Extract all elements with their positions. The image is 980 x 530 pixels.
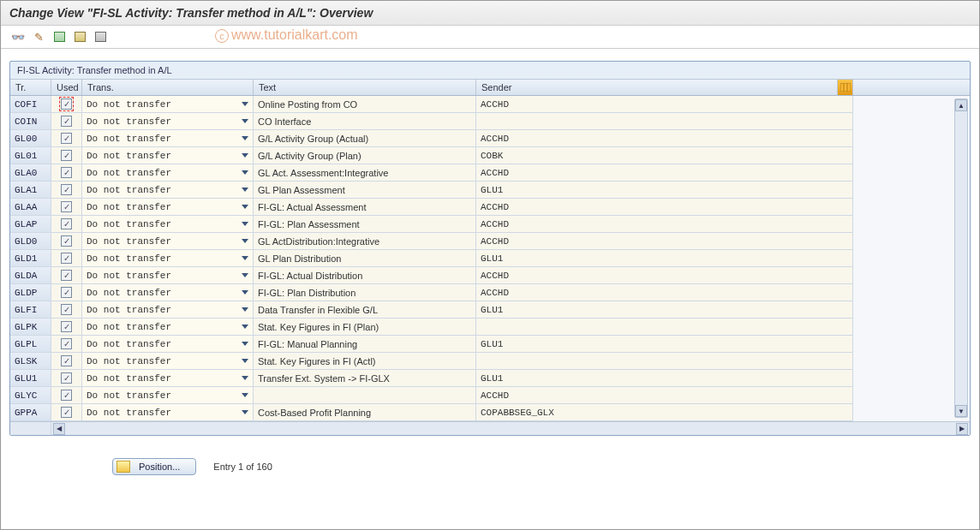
used-checkbox[interactable]: ✓ [61,150,72,161]
cell-tr[interactable]: GLFI [10,301,51,319]
cell-tr[interactable]: GLDA [10,267,51,284]
display-toggle-button[interactable]: 👓 [9,29,27,45]
used-checkbox[interactable]: ✓ [61,355,72,366]
cell-sender[interactable] [476,353,853,370]
used-checkbox[interactable]: ✓ [61,287,72,298]
horizontal-scrollbar[interactable]: ◀ ▶ [10,421,970,435]
cell-trans-dropdown[interactable]: Do not transfer [82,130,254,147]
used-checkbox[interactable]: ✓ [61,270,72,281]
cell-tr[interactable]: GLAP [10,216,51,233]
cell-sender[interactable]: ACCHD [476,130,853,147]
cell-tr[interactable]: COFI [10,96,51,113]
table-row[interactable]: GL00✓Do not transferG/L Activity Group (… [10,130,970,147]
cell-sender[interactable]: GLU1 [476,370,853,387]
table-row[interactable]: GLA0✓Do not transferGL Act. Assessment:I… [10,164,970,182]
cell-sender[interactable] [476,319,853,336]
scroll-right-button[interactable]: ▶ [956,423,968,435]
used-checkbox[interactable]: ✓ [61,338,72,349]
cell-trans-dropdown[interactable]: Do not transfer [82,113,254,130]
cell-tr[interactable]: GLDP [10,284,51,301]
cell-trans-dropdown[interactable]: Do not transfer [82,301,254,319]
table-row[interactable]: GLU1✓Do not transferTransfer Ext. System… [10,370,970,387]
used-checkbox[interactable]: ✓ [61,321,72,332]
deselect-all-button[interactable] [71,29,88,45]
used-checkbox[interactable]: ✓ [61,407,72,418]
table-row[interactable]: GLA1✓Do not transferGL Plan AssessmentGL… [10,182,970,199]
cell-sender[interactable]: GLU1 [476,301,853,319]
col-header-trans[interactable]: Trans. [82,80,254,95]
cell-tr[interactable]: GLD0 [10,233,51,250]
edit-button[interactable]: ✎ [30,29,47,45]
used-checkbox[interactable]: ✓ [61,116,72,127]
col-header-used[interactable]: Used [51,80,82,95]
table-row[interactable]: GPPA✓Do not transferCost-Based Profit Pl… [10,404,970,421]
cell-trans-dropdown[interactable]: Do not transfer [82,96,254,113]
scroll-down-button[interactable]: ▼ [955,405,967,417]
cell-trans-dropdown[interactable]: Do not transfer [82,353,254,370]
cell-trans-dropdown[interactable]: Do not transfer [82,404,254,421]
used-checkbox[interactable]: ✓ [61,253,72,264]
table-row[interactable]: COFI✓Do not transferOnline Posting from … [10,96,970,113]
table-row[interactable]: GLD0✓Do not transferGL ActDistribution:I… [10,233,970,250]
table-row[interactable]: GLPK✓Do not transferStat. Key Figures in… [10,319,970,336]
select-all-button[interactable] [51,29,68,45]
cell-sender[interactable]: ACCHD [476,267,853,284]
cell-sender[interactable]: ACCHD [476,96,853,113]
cell-tr[interactable]: GPPA [10,404,51,421]
cell-sender[interactable]: COBK [476,147,853,164]
cell-tr[interactable]: GLU1 [10,370,51,387]
table-row[interactable]: GLD1✓Do not transferGL Plan Distribution… [10,250,970,267]
cell-sender[interactable]: GLU1 [476,182,853,199]
cell-sender[interactable]: ACCHD [476,284,853,301]
cell-trans-dropdown[interactable]: Do not transfer [82,199,254,216]
cell-tr[interactable]: GLA1 [10,182,51,199]
cell-trans-dropdown[interactable]: Do not transfer [82,370,254,387]
table-row[interactable]: GLDP✓Do not transferFI-GL: Plan Distribu… [10,284,970,301]
cell-sender[interactable]: ACCHD [476,233,853,250]
cell-tr[interactable]: GLAA [10,199,51,216]
scroll-up-button[interactable]: ▲ [955,99,967,111]
cell-sender[interactable]: ACCHD [476,199,853,216]
table-row[interactable]: GLAA✓Do not transferFI-GL: Actual Assess… [10,199,970,216]
cell-trans-dropdown[interactable]: Do not transfer [82,250,254,267]
table-row[interactable]: GLAP✓Do not transferFI-GL: Plan Assessme… [10,216,970,233]
cell-tr[interactable]: GL00 [10,130,51,147]
col-header-sender[interactable]: Sender [476,80,838,95]
table-row[interactable]: COIN✓Do not transferCO Interface [10,113,970,130]
cell-trans-dropdown[interactable]: Do not transfer [82,284,254,301]
used-checkbox[interactable]: ✓ [61,372,72,384]
cell-sender[interactable]: GLU1 [476,250,853,267]
table-row[interactable]: GLFI✓Do not transferData Transfer in Fle… [10,301,970,319]
cell-trans-dropdown[interactable]: Do not transfer [82,233,254,250]
used-checkbox[interactable]: ✓ [61,133,72,144]
cell-tr[interactable]: GLD1 [10,250,51,267]
cell-tr[interactable]: COIN [10,113,51,130]
table-row[interactable]: GLYC✓Do not transferACCHD [10,387,970,404]
cell-sender[interactable]: ACCHD [476,387,853,404]
configure-columns-button[interactable] [838,80,853,95]
cell-tr[interactable]: GLPL [10,336,51,353]
cell-tr[interactable]: GLSK [10,353,51,370]
cell-tr[interactable]: GL01 [10,147,51,164]
used-checkbox[interactable]: ✓ [61,390,72,401]
used-checkbox[interactable]: ✓ [61,184,72,195]
position-button[interactable]: Position... [112,458,196,475]
cell-sender[interactable]: COPABBSEG_GLX [476,404,853,421]
cell-tr[interactable]: GLPK [10,319,51,336]
cell-trans-dropdown[interactable]: Do not transfer [82,267,254,284]
cell-trans-dropdown[interactable]: Do not transfer [82,182,254,199]
cell-trans-dropdown[interactable]: Do not transfer [82,387,254,404]
used-checkbox[interactable]: ✓ [61,218,72,229]
table-settings-button[interactable] [92,29,109,45]
vertical-scrollbar[interactable]: ▲ ▼ [954,98,968,418]
table-row[interactable]: GL01✓Do not transferG/L Activity Group (… [10,147,970,164]
cell-trans-dropdown[interactable]: Do not transfer [82,216,254,233]
cell-tr[interactable]: GLYC [10,387,51,404]
col-header-text[interactable]: Text [254,80,476,95]
col-header-tr[interactable]: Tr. [10,80,51,95]
cell-trans-dropdown[interactable]: Do not transfer [82,164,254,182]
cell-sender[interactable]: GLU1 [476,336,853,353]
used-checkbox[interactable]: ✓ [61,167,72,178]
cell-trans-dropdown[interactable]: Do not transfer [82,336,254,353]
used-checkbox[interactable]: ✓ [61,235,72,247]
